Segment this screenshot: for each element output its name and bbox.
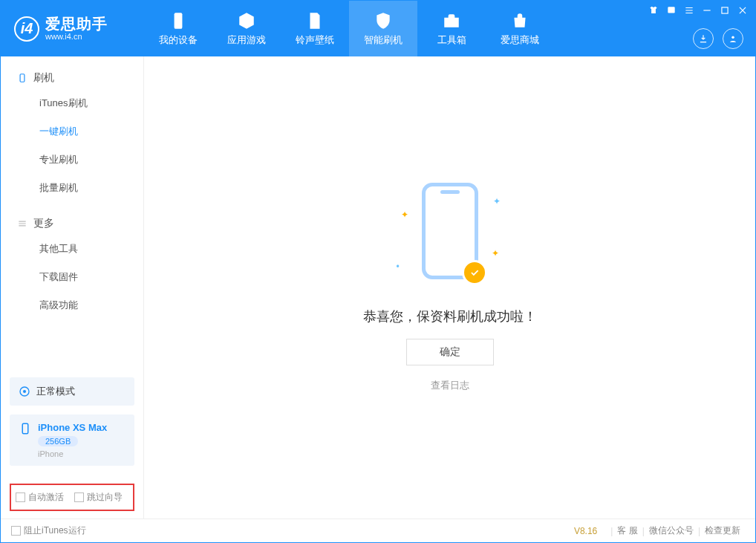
sidebar-item-itunes-flash[interactable]: iTunes刷机: [1, 89, 143, 117]
app-logo-icon: i4: [14, 16, 39, 42]
group-title-text: 更多: [33, 217, 54, 230]
svg-rect-1: [668, 7, 674, 13]
toolbox-icon: [442, 11, 461, 30]
nav-my-device[interactable]: 我的设备: [144, 1, 212, 56]
svg-point-7: [23, 390, 26, 393]
sidebar-group-more: 更多: [1, 212, 143, 235]
nav-label: 铃声壁纸: [296, 33, 334, 47]
sidebar-item-pro-flash[interactable]: 专业刷机: [1, 146, 143, 174]
nav-apps[interactable]: 应用游戏: [212, 1, 281, 56]
user-circle-icon[interactable]: [723, 28, 743, 49]
sparkle-icon: ✦: [493, 196, 501, 207]
success-message: 恭喜您，保资料刷机成功啦！: [363, 308, 537, 325]
footer-link-support[interactable]: 客 服: [617, 524, 637, 537]
ok-button[interactable]: 确定: [406, 339, 494, 365]
nav-label: 智能刷机: [364, 33, 403, 47]
svg-rect-0: [175, 13, 183, 29]
maximize-icon[interactable]: [720, 5, 730, 16]
menu-icon[interactable]: [684, 5, 694, 16]
mode-card[interactable]: 正常模式: [10, 377, 134, 406]
window-controls: [648, 5, 748, 16]
svg-rect-8: [22, 423, 28, 434]
music-file-icon: [305, 11, 325, 30]
nav-flash[interactable]: 智能刷机: [349, 1, 417, 56]
refresh-shield-icon: [374, 11, 393, 30]
success-badge-icon: [462, 260, 487, 285]
nav-ringtones[interactable]: 铃声壁纸: [281, 1, 349, 56]
highlighted-options: 自动激活 跳过向导: [10, 484, 134, 511]
checkbox-skip-guide[interactable]: 跳过向导: [74, 491, 123, 504]
device-card[interactable]: iPhone XS Max 256GB iPhone: [10, 414, 134, 466]
header: i4 爱思助手 www.i4.cn 我的设备 应用游戏 铃声壁纸 智能刷机 工具…: [1, 1, 755, 56]
view-log-link[interactable]: 查看日志: [431, 379, 469, 392]
sidebar-group-flash: 刷机: [1, 67, 143, 89]
phone-icon: [169, 11, 188, 30]
app-logo-block: i4 爱思助手 www.i4.cn: [1, 1, 144, 56]
device-icon: [17, 73, 27, 83]
bag-icon: [510, 11, 529, 30]
sparkle-icon: •: [397, 261, 400, 272]
sidebar-item-other-tools[interactable]: 其他工具: [1, 235, 143, 263]
svg-point-4: [731, 36, 734, 39]
nav-label: 应用游戏: [227, 33, 266, 47]
footer-link-update[interactable]: 检查更新: [705, 524, 740, 537]
header-bottom-icons: [693, 28, 743, 49]
version-label: V8.16: [574, 526, 597, 536]
nav-label: 我的设备: [159, 33, 198, 47]
sidebar-item-advanced[interactable]: 高级功能: [1, 291, 143, 319]
device-subtitle: iPhone: [38, 449, 107, 458]
close-icon[interactable]: [737, 5, 748, 16]
app-name: 爱思助手: [45, 16, 108, 32]
download-circle-icon[interactable]: [693, 28, 714, 49]
svg-rect-3: [722, 7, 728, 13]
cube-icon: [237, 11, 256, 30]
list-icon: [17, 218, 27, 229]
feedback-icon[interactable]: [666, 5, 677, 16]
nav-toolbox[interactable]: 工具箱: [417, 1, 486, 56]
mode-label: 正常模式: [36, 385, 75, 398]
checkbox-block-itunes[interactable]: 阻止iTunes运行: [11, 524, 86, 537]
checkbox-label: 跳过向导: [87, 491, 123, 504]
checkbox-icon: [74, 492, 84, 502]
group-title-text: 刷机: [33, 71, 54, 85]
nav-label: 爱思商城: [501, 33, 539, 47]
svg-rect-5: [20, 74, 25, 82]
sparkle-icon: ✦: [492, 248, 499, 259]
success-illustration: ✦ ✦ • ✦: [383, 183, 517, 294]
sidebar-item-download-firmware[interactable]: 下载固件: [1, 263, 143, 291]
sparkle-icon: ✦: [401, 209, 408, 220]
sidebar: 刷机 iTunes刷机 一键刷机 专业刷机 批量刷机 更多 其他工具 下载固件 …: [1, 56, 144, 518]
nav-store[interactable]: 爱思商城: [486, 1, 554, 56]
minimize-icon[interactable]: [702, 5, 712, 16]
device-icon: [19, 422, 32, 438]
checkbox-icon: [11, 526, 21, 536]
svg-rect-2: [703, 10, 710, 10]
shirt-icon[interactable]: [648, 5, 659, 16]
sidebar-item-oneclick-flash[interactable]: 一键刷机: [1, 117, 143, 146]
checkbox-icon: [16, 492, 25, 502]
checkbox-label: 阻止iTunes运行: [24, 524, 86, 537]
sidebar-item-batch-flash[interactable]: 批量刷机: [1, 174, 143, 202]
body: 刷机 iTunes刷机 一键刷机 专业刷机 批量刷机 更多 其他工具 下载固件 …: [1, 56, 755, 518]
nav-label: 工具箱: [437, 33, 466, 47]
main-content: ✦ ✦ • ✦ 恭喜您，保资料刷机成功啦！ 确定 查看日志: [144, 56, 755, 518]
app-site: www.i4.cn: [45, 32, 108, 41]
footer-link-wechat[interactable]: 微信公众号: [649, 524, 694, 537]
app-logo-text: 爱思助手 www.i4.cn: [45, 16, 108, 41]
footer: 阻止iTunes运行 V8.16 | 客 服 | 微信公众号 | 检查更新: [1, 518, 755, 542]
checkbox-auto-activate[interactable]: 自动激活: [16, 491, 64, 504]
checkbox-label: 自动激活: [28, 491, 64, 504]
device-name: iPhone XS Max: [38, 422, 107, 433]
device-capacity: 256GB: [38, 436, 78, 446]
mode-icon: [19, 386, 30, 397]
